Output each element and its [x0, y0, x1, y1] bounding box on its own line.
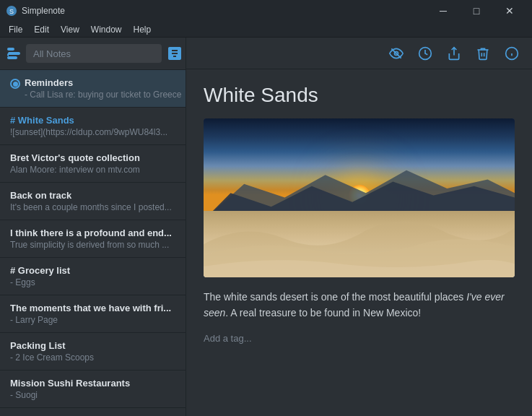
note-list: Reminders - Call Lisa re: buying our tic…: [0, 70, 186, 416]
body-text-after: . A real treasure to be found in New Mex…: [225, 307, 421, 318]
sidebar-menu-button[interactable]: [7, 43, 20, 64]
eye-button[interactable]: [385, 42, 408, 65]
compose-icon: [167, 46, 182, 61]
menu-help[interactable]: Help: [128, 23, 157, 36]
menu-window[interactable]: Window: [85, 23, 128, 36]
search-input[interactable]: [26, 44, 162, 63]
trash-icon: [476, 46, 490, 61]
note-title: # White Sands: [10, 115, 175, 126]
note-preview: - Call Lisa re: buying our ticket to Gre…: [25, 90, 181, 100]
clock-icon: [418, 46, 432, 61]
menu-file[interactable]: File: [3, 23, 28, 36]
new-note-button[interactable]: [167, 43, 182, 64]
body-text-before: The white sands desert is one of the mos…: [204, 291, 466, 303]
menu-view[interactable]: View: [55, 23, 85, 36]
list-item[interactable]: The moments that we have with fri... - L…: [0, 295, 186, 333]
app-body: Reminders - Call Lisa re: buying our tic…: [0, 38, 532, 416]
menu-icon: [7, 47, 20, 60]
content-area: White Sands: [186, 38, 532, 416]
note-title: The moments that we have with fri...: [10, 303, 175, 313]
list-item[interactable]: Packing List - 2 Ice Cream Scoops: [0, 333, 186, 370]
note-title: Mission Sushi Restaurants: [10, 378, 175, 389]
history-button[interactable]: [414, 42, 437, 65]
note-heading: White Sands: [204, 84, 515, 107]
note-preview: - Eggs: [10, 277, 175, 287]
sidebar: Reminders - Call Lisa re: buying our tic…: [0, 38, 186, 416]
list-item[interactable]: Reminders - Call Lisa re: buying our tic…: [0, 70, 186, 108]
app-icon: S: [6, 5, 17, 17]
note-title: Reminders: [25, 77, 181, 88]
note-preview: ![sunset](https://cldup.com/9wpWU84l3...: [10, 127, 175, 137]
note-title: # Grocery list: [10, 265, 175, 276]
note-preview: - 2 Ice Cream Scoops: [10, 352, 175, 363]
list-item[interactable]: Mission Sushi Restaurants - Suogi: [0, 370, 186, 408]
sidebar-header: [0, 38, 186, 70]
maximize-button[interactable]: □: [460, 0, 493, 22]
note-content[interactable]: White Sands: [186, 69, 532, 416]
selected-indicator: [10, 79, 20, 89]
window-controls: ─ □ ✕: [427, 0, 526, 22]
list-item[interactable]: # Grocery list - Eggs: [0, 258, 186, 295]
info-icon: [505, 46, 519, 61]
note-preview: - Suogi: [10, 390, 175, 400]
list-item[interactable]: Bret Victor's quote collection Alan Moor…: [0, 145, 186, 183]
note-item-content: Reminders - Call Lisa re: buying our tic…: [25, 77, 181, 100]
note-preview: True simplicity is derived from so much …: [10, 240, 175, 250]
minimize-button[interactable]: ─: [427, 0, 460, 22]
title-bar-left: S Simplenote: [6, 5, 65, 17]
eye-icon: [389, 46, 404, 61]
note-preview: It's been a couple months since I posted…: [10, 202, 175, 212]
add-tag[interactable]: Add a tag...: [204, 333, 515, 344]
main-area: Reminders - Call Lisa re: buying our tic…: [0, 38, 532, 416]
note-preview: Alan Moore: interview on mtv.com: [10, 165, 175, 175]
sand-dunes: [204, 211, 515, 277]
svg-text:S: S: [9, 8, 14, 15]
list-item[interactable]: # White Sands ![sunset](https://cldup.co…: [0, 108, 186, 145]
content-toolbar: [186, 38, 532, 69]
share-icon: [447, 46, 461, 61]
note-title: Packing List: [10, 340, 175, 351]
note-body-text: The white sands desert is one of the mos…: [204, 289, 515, 321]
note-image: [204, 118, 515, 277]
note-title: Bret Victor's quote collection: [10, 152, 175, 163]
note-preview: - Larry Page: [10, 315, 175, 325]
title-bar: S Simplenote ─ □ ✕: [0, 0, 532, 22]
menu-edit[interactable]: Edit: [28, 23, 55, 36]
share-button[interactable]: [442, 42, 466, 65]
delete-button[interactable]: [471, 42, 494, 65]
info-button[interactable]: [500, 42, 523, 65]
note-title: Back on track: [10, 190, 175, 201]
menu-bar: File Edit View Window Help: [0, 22, 532, 38]
note-title: I think there is a profound and end...: [10, 228, 175, 238]
list-item[interactable]: I think there is a profound and end... T…: [0, 220, 186, 258]
app-title: Simplenote: [22, 6, 65, 16]
close-button[interactable]: ✕: [493, 0, 526, 22]
list-item[interactable]: Back on track It's been a couple months …: [0, 183, 186, 220]
sand-layer: [204, 211, 515, 277]
